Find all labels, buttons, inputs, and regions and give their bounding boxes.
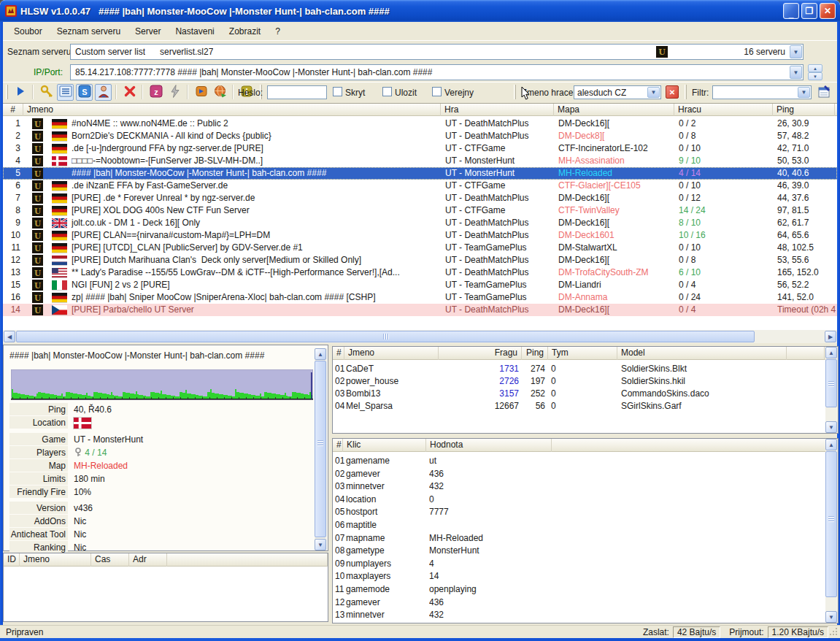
column-header-num[interactable]: # bbox=[333, 439, 343, 452]
column-header-num[interactable]: # bbox=[3, 104, 23, 116]
checkbox-ulozit[interactable] bbox=[382, 87, 392, 96]
rule-row[interactable]: 05hostport7777 bbox=[333, 506, 826, 518]
server-row[interactable]: 14U[PURE] Parba/chello UT ServerUT - Dea… bbox=[3, 304, 837, 316]
horizontal-scrollbar[interactable]: ◀ ▶ bbox=[3, 330, 837, 343]
rule-row[interactable]: 14worldlogfalse bbox=[333, 622, 826, 623]
clear-player-button[interactable]: ✕ bbox=[666, 85, 679, 99]
scroll-left-icon[interactable]: ◀ bbox=[4, 331, 15, 342]
column-header-num[interactable]: # bbox=[333, 347, 344, 360]
player-row[interactable]: 04Mel_Sparsa12667560SGirlSkins.Garf bbox=[333, 400, 826, 412]
title-bar[interactable]: HLSW v1.0.0.47 #### |bah| Monster-MooCow… bbox=[0, 0, 840, 22]
scrollbar-thumb[interactable] bbox=[825, 451, 837, 597]
server-row[interactable]: 15UNGI [FUN] 2 vs 2 [PURE]UT - TeamGameP… bbox=[3, 279, 837, 291]
chevron-down-icon[interactable]: ▼ bbox=[790, 66, 802, 79]
rule-row[interactable]: 02gamever436 bbox=[333, 468, 826, 480]
resize-grip[interactable] bbox=[829, 627, 839, 637]
remove-server-button[interactable] bbox=[121, 84, 138, 101]
query-button[interactable] bbox=[38, 84, 55, 101]
server-row[interactable]: 9Ujolt.co.uk - DM 1 - Deck 16][ OnlyUT -… bbox=[3, 217, 837, 229]
spinner-down[interactable]: ▼ bbox=[808, 72, 822, 80]
player-row[interactable]: 02power_house27261970SoldierSkins.hkil bbox=[333, 375, 826, 388]
menu-item-soubor[interactable]: Soubor bbox=[7, 25, 49, 38]
checkbox-verejny[interactable] bbox=[432, 87, 442, 96]
server-list-combobox[interactable]: Custom server list serverlist.sl27 U 16 … bbox=[70, 44, 804, 60]
column-header-jmeno[interactable]: Jmeno bbox=[344, 347, 439, 360]
server-row[interactable]: 6U.de iNzanE FFA by Fast-GameServer.deUT… bbox=[3, 180, 837, 192]
player-name-combobox[interactable]: alesduch CZ▼ bbox=[574, 85, 661, 99]
chevron-down-icon[interactable]: ▼ bbox=[647, 87, 660, 98]
toolbar-grip[interactable] bbox=[514, 85, 516, 99]
column-header-jmeno[interactable]: Jmeno bbox=[20, 553, 91, 567]
minimize-button[interactable]: _ bbox=[783, 3, 799, 19]
scroll-down-icon[interactable]: ▼ bbox=[825, 421, 837, 433]
server-row[interactable]: 4U□□□□-=Noobtown=-[FunServer JB-SLV-MH-D… bbox=[3, 155, 837, 167]
column-header-cas[interactable]: Cas bbox=[91, 553, 129, 567]
rule-row[interactable]: 06maptitle bbox=[333, 519, 826, 531]
filter-combobox[interactable]: ▼ bbox=[712, 85, 812, 99]
rule-row[interactable]: 09numplayers4 bbox=[333, 558, 826, 570]
column-header-adr[interactable]: Adr bbox=[129, 553, 167, 567]
column-header-hra[interactable]: Hra bbox=[441, 104, 554, 116]
rule-row[interactable]: 01gamenameut bbox=[333, 455, 826, 467]
connect-button[interactable] bbox=[12, 84, 28, 101]
column-header-id[interactable]: ID bbox=[4, 553, 20, 567]
menu-item-seznam-serveru[interactable]: Seznam serveru bbox=[50, 25, 127, 38]
scroll-up-icon[interactable]: ▲ bbox=[825, 347, 837, 358]
column-header-mapa[interactable]: Mapa bbox=[554, 104, 674, 116]
player-row[interactable]: 01CaDeT17312740SoldierSkins.Blkt bbox=[333, 363, 826, 375]
server-row[interactable]: 12U[PURE] Dutch Marihuana Clan's Deck on… bbox=[3, 254, 837, 266]
column-header-ping[interactable]: Ping bbox=[522, 347, 548, 360]
rule-row[interactable]: 07mapnameMH-Reloaded bbox=[333, 532, 826, 545]
close-button[interactable]: ✕ bbox=[820, 3, 836, 19]
web-button[interactable] bbox=[212, 84, 228, 101]
server-row[interactable]: 16Uzp| #### |bah| Sniper MooCow |SniperA… bbox=[3, 291, 837, 304]
column-header-model[interactable]: Model bbox=[617, 347, 787, 360]
view-players-toggle[interactable] bbox=[95, 84, 112, 101]
rule-row[interactable]: 04location0 bbox=[333, 494, 826, 506]
menu-item-?[interactable]: ? bbox=[269, 25, 287, 38]
filter-settings-icon[interactable] bbox=[817, 85, 832, 101]
server-row[interactable]: 1U#noN4ME :: www.noN4ME.de :: Public 2UT… bbox=[3, 118, 837, 130]
rule-row[interactable]: 13minnetver432 bbox=[333, 609, 826, 621]
scroll-down-icon[interactable]: ▼ bbox=[825, 611, 837, 623]
server-row[interactable]: 13U** Lady's Paradise --155/55 LowGrav--… bbox=[3, 266, 837, 279]
server-row[interactable]: 7U[PURE] .de * Forever Unreal * by ngz-s… bbox=[3, 192, 837, 204]
scrollbar-thumb[interactable] bbox=[315, 361, 326, 537]
checkbox-skryt[interactable] bbox=[333, 87, 342, 96]
toolbar-grip[interactable] bbox=[6, 85, 8, 99]
scroll-right-icon[interactable]: ▶ bbox=[825, 331, 836, 342]
server-row[interactable]: 3U.de [-u-]nderground FFA by ngz-server.… bbox=[3, 142, 837, 155]
chevron-down-icon[interactable]: ▼ bbox=[798, 87, 810, 98]
spinner-up[interactable]: ▲ bbox=[808, 64, 822, 72]
server-row[interactable]: 11U[PURE] [UTCD]_CLAN [PublicServer] by … bbox=[3, 242, 837, 254]
scrollbar-thumb[interactable] bbox=[16, 331, 755, 342]
view-serverinfo-toggle[interactable]: S bbox=[76, 84, 93, 101]
server-row[interactable]: 5U#### |bah| Monster-MooCow |-Monster Hu… bbox=[3, 167, 837, 180]
rule-row[interactable]: 12gamever436 bbox=[333, 596, 826, 609]
view-serverlist-toggle[interactable] bbox=[57, 84, 74, 101]
column-header-tym[interactable]: Tym bbox=[548, 347, 617, 360]
refresh-button[interactable]: z bbox=[147, 84, 164, 101]
toolbar-grip[interactable] bbox=[685, 85, 687, 99]
column-header-hodnota[interactable]: Hodnota bbox=[426, 439, 552, 452]
maximize-button[interactable]: ❐ bbox=[801, 3, 817, 19]
column-header-fragu[interactable]: Fragu bbox=[439, 347, 522, 360]
rule-row[interactable]: 08gametypeMonsterHunt bbox=[333, 545, 826, 557]
column-header-klic[interactable]: Klic bbox=[343, 439, 426, 452]
rule-row[interactable]: 03minnetver432 bbox=[333, 480, 826, 493]
info-vertical-scrollbar[interactable]: ▲ ▼ bbox=[315, 348, 327, 550]
server-row[interactable]: 8U[PURE] XOL DOG 400s New CTF Fun Server… bbox=[3, 204, 837, 217]
column-header-jmeno[interactable]: Jmeno bbox=[23, 104, 441, 116]
menu-item-nastaveni[interactable]: Nastaveni bbox=[169, 25, 220, 38]
column-header-hracu[interactable]: Hracu bbox=[674, 104, 773, 116]
players-vertical-scrollbar[interactable]: ▲ ▼ bbox=[825, 347, 838, 433]
server-row[interactable]: 2UBorn2Die's DECKMANIA - All kind of Dec… bbox=[3, 130, 837, 142]
rule-row[interactable]: 11gamemodeopenplaying bbox=[333, 583, 826, 596]
scroll-up-icon[interactable]: ▲ bbox=[315, 348, 326, 360]
join-game-button[interactable] bbox=[193, 84, 209, 101]
ip-port-combobox[interactable]: 85.14.217.108:7777:7778 #### |bah| Monst… bbox=[70, 64, 804, 80]
menu-item-zobrazit[interactable]: Zobrazit bbox=[223, 25, 267, 38]
server-row[interactable]: 10U[PURE] CLAN=={nirvana#custom-Map#}=LP… bbox=[3, 229, 837, 242]
menu-item-server[interactable]: Server bbox=[128, 25, 167, 38]
scroll-down-icon[interactable]: ▼ bbox=[315, 539, 326, 550]
